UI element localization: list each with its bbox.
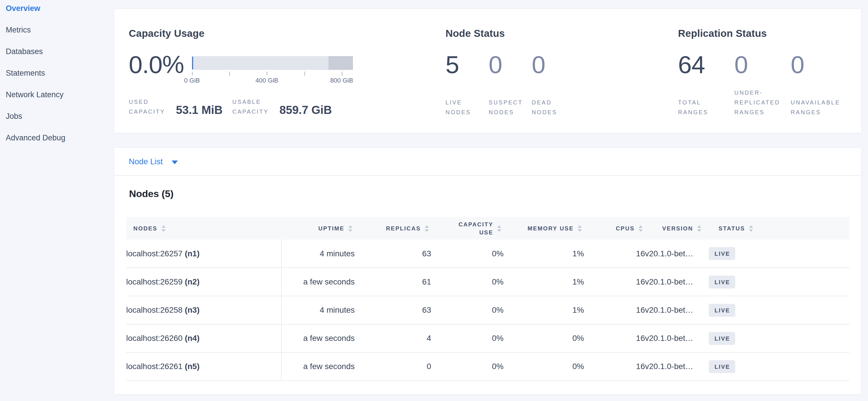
sort-icon (639, 225, 643, 232)
status-cell: LIVE (709, 239, 849, 268)
version-cell: v20.1.0-bet… (645, 268, 709, 296)
column-header-nodes-label: NODES (133, 224, 157, 232)
column-header-uptime[interactable]: UPTIME (281, 217, 355, 239)
replication-stats: 64 TOTAL RANGES 0 UNDER-REPLICATED RANGE… (678, 52, 847, 117)
column-header-cpus[interactable]: CPUS (584, 217, 645, 239)
memory-use-cell: 0% (503, 352, 584, 380)
usable-capacity-stat: USABLE CAPACITY 859.7 GiB (232, 97, 332, 116)
live-nodes-value: 5 (445, 52, 483, 77)
total-ranges-label: TOTAL RANGES (678, 97, 727, 117)
capacity-axis-labels: 0 GiB 400 GiB 800 GiB (192, 77, 353, 85)
replicas-cell: 61 (355, 268, 431, 296)
suspect-nodes-label: SUSPECT NODES (489, 97, 526, 117)
node-link[interactable]: localhost:26260 (n4) (126, 324, 281, 352)
column-header-memory-use[interactable]: MEMORY USE (503, 217, 584, 239)
column-header-status[interactable]: STATUS (709, 217, 849, 239)
under-replicated-ranges-stat: 0 UNDER-REPLICATED RANGES (734, 52, 783, 117)
sidebar-item-network-latency[interactable]: Network Latency (0, 84, 114, 106)
status-cell: LIVE (709, 352, 849, 380)
column-header-nodes[interactable]: NODES (126, 217, 281, 239)
suspect-nodes-value: 0 (489, 52, 526, 77)
status-cell: LIVE (709, 296, 849, 324)
uptime-cell: 4 minutes (281, 296, 355, 324)
under-replicated-ranges-label: UNDER-REPLICATED RANGES (734, 88, 783, 117)
sidebar: Overview Metrics Databases Statements Ne… (0, 0, 114, 401)
sort-icon (697, 225, 701, 232)
column-header-uptime-label: UPTIME (318, 224, 344, 232)
live-nodes-stat: 5 LIVE NODES (445, 52, 483, 117)
status-badge: LIVE (709, 332, 735, 345)
used-capacity-value: 53.1 MiB (176, 104, 222, 116)
table-row: localhost:26258 (n3) 4 minutes 63 0% 1% … (126, 296, 849, 324)
sidebar-item-metrics[interactable]: Metrics (0, 19, 114, 41)
replication-status-section: Replication Status 64 TOTAL RANGES 0 UND… (678, 27, 847, 133)
memory-use-cell: 1% (503, 239, 584, 268)
capacity-axis-ticks (192, 71, 353, 76)
table-row: localhost:26261 (n5) a few seconds 0 0% … (126, 352, 849, 380)
node-link[interactable]: localhost:26261 (n5) (126, 352, 281, 380)
memory-use-cell: 1% (503, 296, 584, 324)
status-badge: LIVE (709, 360, 735, 373)
replicas-cell: 4 (355, 324, 431, 352)
node-id: (n1) (185, 249, 199, 258)
usable-capacity-value: 859.7 GiB (279, 104, 332, 116)
table-row: localhost:26260 (n4) a few seconds 4 0% … (126, 324, 849, 352)
column-header-replicas-label: REPLICAS (386, 224, 421, 232)
capacity-usage-section: Capacity Usage 0.0% 0 GiB 400 Gi (129, 27, 445, 133)
capacity-use-cell: 0% (431, 352, 503, 380)
node-link[interactable]: localhost:26257 (n1) (126, 239, 281, 268)
capacity-bar-used-indicator (192, 57, 193, 69)
capacity-use-cell: 0% (431, 296, 503, 324)
node-list-dropdown-label: Node List (129, 157, 163, 166)
column-header-status-label: STATUS (718, 224, 745, 232)
sidebar-item-jobs[interactable]: Jobs (0, 106, 114, 127)
status-badge: LIVE (709, 276, 735, 289)
sort-icon (749, 225, 753, 232)
node-list-header: Node List (114, 148, 861, 176)
dead-nodes-label: DEAD NODES (532, 97, 569, 117)
sidebar-item-databases[interactable]: Databases (0, 41, 114, 62)
unavailable-ranges-label: UNAVAILABLE RANGES (791, 97, 840, 117)
cpus-cell: 16 (584, 324, 645, 352)
uptime-cell: 4 minutes (281, 239, 355, 268)
memory-use-cell: 1% (503, 268, 584, 296)
column-header-version[interactable]: VERSION (645, 217, 709, 239)
memory-use-cell: 0% (503, 324, 584, 352)
capacity-chart-row: 0.0% 0 GiB 400 GiB 800 GiB (129, 52, 445, 85)
table-header-row: NODES UPTIME REPLICAS CAPACITY USE (126, 217, 849, 239)
status-cell: LIVE (709, 268, 849, 296)
usable-capacity-label: USABLE CAPACITY (232, 97, 273, 116)
node-list-dropdown[interactable]: Node List (129, 157, 178, 166)
sidebar-item-statements[interactable]: Statements (0, 62, 114, 84)
capacity-use-cell: 0% (431, 239, 503, 268)
column-header-capacity-use[interactable]: CAPACITY USE (431, 217, 503, 239)
node-id: (n2) (185, 277, 199, 286)
cluster-summary-card: Capacity Usage 0.0% 0 GiB 400 Gi (114, 9, 862, 133)
dead-nodes-stat: 0 DEAD NODES (532, 52, 569, 117)
version-cell: v20.1.0-bet… (645, 324, 709, 352)
capacity-bar (192, 56, 353, 70)
sidebar-item-advanced-debug[interactable]: Advanced Debug (0, 127, 114, 149)
node-address: localhost:26258 (126, 306, 183, 314)
column-header-version-label: VERSION (662, 224, 693, 232)
cpus-cell: 16 (584, 352, 645, 380)
version-cell: v20.1.0-bet… (645, 352, 709, 380)
node-link[interactable]: localhost:26259 (n2) (126, 268, 281, 296)
sidebar-item-overview[interactable]: Overview (0, 0, 114, 19)
node-status-title: Node Status (445, 27, 678, 39)
total-ranges-stat: 64 TOTAL RANGES (678, 52, 727, 117)
node-id: (n4) (185, 334, 199, 343)
suspect-nodes-stat: 0 SUSPECT NODES (489, 52, 526, 117)
node-link[interactable]: localhost:26258 (n3) (126, 296, 281, 324)
unavailable-ranges-value: 0 (791, 52, 840, 77)
column-header-replicas[interactable]: REPLICAS (355, 217, 431, 239)
node-status-section: Node Status 5 LIVE NODES 0 SUSPECT NODES… (445, 27, 678, 133)
sort-icon (161, 225, 165, 232)
version-cell: v20.1.0-bet… (645, 296, 709, 324)
dead-nodes-value: 0 (532, 52, 569, 77)
uptime-cell: a few seconds (281, 268, 355, 296)
node-address: localhost:26260 (126, 334, 183, 343)
sort-icon (348, 225, 352, 232)
uptime-cell: a few seconds (281, 352, 355, 380)
main-content: Capacity Usage 0.0% 0 GiB 400 Gi (114, 9, 862, 395)
